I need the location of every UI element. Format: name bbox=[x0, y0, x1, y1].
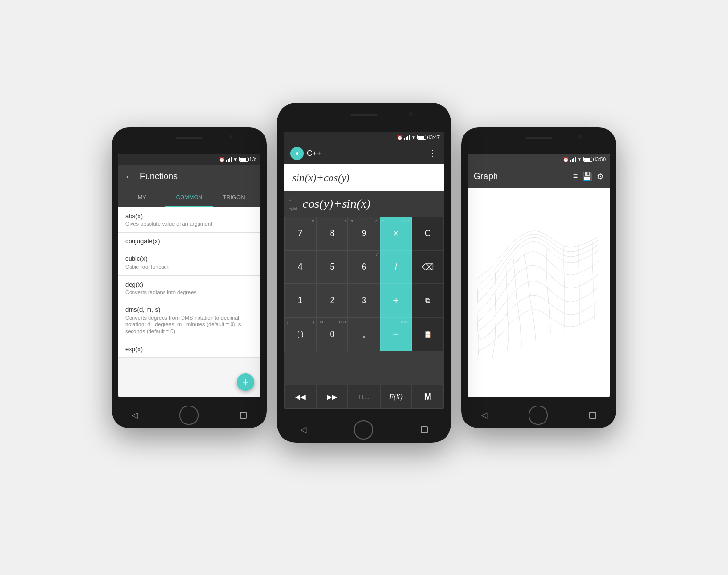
key-memory[interactable]: M bbox=[412, 385, 444, 409]
fn-desc-cubic: Cubic root function bbox=[125, 263, 253, 270]
right-home-nav[interactable] bbox=[529, 406, 548, 425]
right-alarm-icon: ⏰ bbox=[563, 157, 569, 162]
list-item[interactable]: abs(x) Gives absolute value of an argume… bbox=[118, 207, 260, 233]
right-wifi: ▼ bbox=[577, 157, 582, 162]
list-view-icon[interactable]: ≡ bbox=[573, 172, 578, 181]
more-options-icon[interactable]: ⋮ bbox=[429, 148, 438, 159]
center-wifi: ▼ bbox=[411, 135, 416, 140]
calc-bottom-row: ◀◀ ▶▶ П,... F(X) M bbox=[284, 385, 444, 409]
list-item[interactable]: deg(x) Converts radians into degrees bbox=[118, 276, 260, 301]
functions-title: Functions bbox=[140, 171, 178, 182]
left-wifi-icon: ▼ bbox=[233, 157, 238, 162]
center-nav-bar: ◁ bbox=[277, 416, 451, 443]
key-2[interactable]: 2 bbox=[316, 284, 348, 317]
functions-header: ← Functions bbox=[118, 165, 260, 188]
center-battery bbox=[417, 135, 426, 140]
key-t-sub: t bbox=[345, 219, 346, 223]
key-paste[interactable]: 📋 bbox=[412, 318, 444, 351]
key-e-sub: e bbox=[375, 219, 377, 223]
fn-name-conj: conjugate(x) bbox=[125, 237, 253, 245]
key-pi-functions[interactable]: П,... bbox=[348, 385, 380, 409]
key-divide-label: / bbox=[395, 261, 397, 272]
key-copy[interactable]: ⧉ bbox=[412, 284, 444, 317]
calc-expression[interactable]: sin(x)+cos(y) bbox=[284, 164, 444, 191]
tab-common[interactable]: COMMON bbox=[165, 188, 213, 206]
key-left-arrow[interactable]: ◀◀ bbox=[284, 385, 316, 409]
list-item[interactable]: conjugate(x) bbox=[118, 233, 260, 250]
center-home-nav[interactable] bbox=[354, 420, 373, 440]
right-camera bbox=[579, 135, 582, 139]
functions-list: abs(x) Gives absolute value of an argume… bbox=[118, 207, 260, 397]
key-plus-label: + bbox=[393, 294, 399, 307]
tab-my[interactable]: MY bbox=[118, 188, 165, 206]
fn-name-cubic: cubic(x) bbox=[125, 255, 253, 262]
back-arrow-icon[interactable]: ← bbox=[124, 171, 134, 182]
right-nav-bar: ◁ bbox=[461, 402, 616, 428]
key-backspace[interactable]: ⌫ bbox=[412, 250, 444, 284]
key-pow-sub: ^2 % bbox=[401, 219, 410, 223]
center-speaker bbox=[351, 114, 378, 116]
center-alarm-icon: ⏰ bbox=[397, 135, 403, 140]
key-paste-icon: 📋 bbox=[424, 330, 432, 338]
key-7-label: 7 bbox=[298, 228, 303, 238]
left-alarm-icon: ⏰ bbox=[219, 157, 225, 162]
key-fx[interactable]: F(X) bbox=[380, 385, 412, 409]
key-9[interactable]: 9 π e bbox=[348, 217, 380, 250]
left-recents-nav[interactable] bbox=[240, 412, 247, 419]
right-status-bar: ⏰ ▼ 13:50 bbox=[468, 154, 610, 165]
plot-label: +plot bbox=[289, 207, 297, 210]
center-back-nav[interactable]: ◁ bbox=[300, 425, 306, 434]
left-time: 13: bbox=[249, 157, 256, 162]
left-home-nav[interactable] bbox=[179, 406, 199, 425]
settings-icon[interactable]: ⚙ bbox=[597, 172, 604, 181]
left-battery bbox=[239, 157, 248, 162]
right-screen: ⏰ ▼ 13:50 Graph ≡ 💾 bbox=[468, 154, 610, 397]
key-dot[interactable]: . , bbox=[348, 318, 380, 351]
calc-toolbar: ● C++ ⋮ bbox=[284, 143, 444, 164]
left-screen: ⏰ ▼ 13: ← Functions bbox=[118, 154, 260, 397]
save-icon[interactable]: 💾 bbox=[582, 172, 592, 181]
key-8[interactable]: 8 t bbox=[316, 217, 348, 250]
key-clear[interactable]: C bbox=[412, 217, 444, 250]
key-4[interactable]: 4 bbox=[284, 250, 316, 284]
tab-trigon[interactable]: TRIGON... bbox=[213, 188, 260, 206]
phone-right: ⏰ ▼ 13:50 Graph ≡ 💾 bbox=[461, 127, 616, 428]
key-6[interactable]: 6 √ bbox=[348, 250, 380, 284]
list-item[interactable]: dms(d, m, s) Converts degrees from DMS n… bbox=[118, 301, 260, 340]
list-item[interactable]: cubic(x) Cubic root function bbox=[118, 250, 260, 275]
key-parens[interactable]: ( ) ) ( bbox=[284, 318, 316, 351]
key-plot-sub: ∂,plot bbox=[401, 320, 410, 323]
fn-name-exp: exp(x) bbox=[125, 345, 253, 353]
key-divide[interactable]: / bbox=[380, 250, 412, 284]
key-plus[interactable]: + bbox=[380, 284, 412, 317]
fn-name-abs: abs(x) bbox=[125, 212, 253, 220]
left-back-nav[interactable]: ◁ bbox=[132, 410, 138, 420]
list-item[interactable]: exp(x) bbox=[118, 340, 260, 358]
right-signal bbox=[570, 157, 576, 162]
key-9-label: 9 bbox=[362, 228, 366, 238]
calc-logo-icon: ● bbox=[290, 147, 304, 160]
center-screen: ⏰ ▼ 13:47 ● C++ ⋮ bbox=[284, 132, 444, 409]
key-3[interactable]: 3 bbox=[348, 284, 380, 317]
key-multiply-label: × bbox=[393, 228, 399, 239]
key-5[interactable]: 5 bbox=[316, 250, 348, 284]
right-back-nav[interactable]: ◁ bbox=[481, 410, 487, 420]
key-7[interactable]: 7 x bbox=[284, 217, 316, 250]
key-right-arrow[interactable]: ▶▶ bbox=[316, 385, 348, 409]
center-status-bar: ⏰ ▼ 13:47 bbox=[284, 132, 444, 143]
left-camera bbox=[229, 135, 233, 139]
key-0[interactable]: 0 00 000 bbox=[316, 318, 348, 351]
right-recents-nav[interactable] bbox=[589, 412, 596, 419]
fn-name-dms: dms(d, m, s) bbox=[125, 306, 253, 313]
memory-label: M bbox=[424, 392, 431, 402]
add-function-button[interactable]: + bbox=[237, 373, 254, 391]
key-multiply[interactable]: × ^ ^2 % bbox=[380, 217, 412, 250]
pi-label: П,... bbox=[358, 393, 370, 401]
key-8-label: 8 bbox=[330, 228, 334, 238]
key-1[interactable]: 1 bbox=[284, 284, 316, 317]
right-time: 13:50 bbox=[594, 157, 606, 162]
key-clear-label: C bbox=[425, 228, 431, 238]
center-recents-nav[interactable] bbox=[421, 426, 428, 433]
calc-result-value: cos(y)+sin(x) bbox=[302, 197, 370, 211]
key-minus[interactable]: − ∂,plot bbox=[380, 318, 412, 351]
